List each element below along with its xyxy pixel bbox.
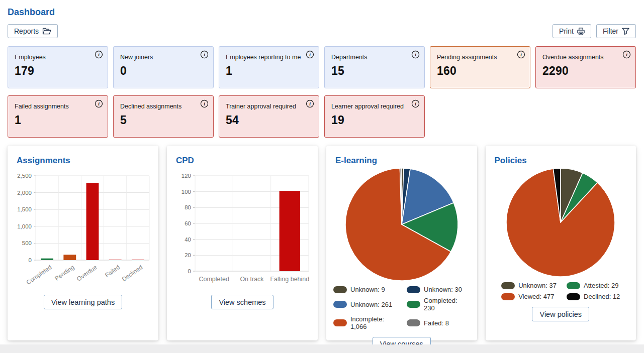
stat-card-value: 19: [331, 113, 418, 127]
stat-card-label: New joiners: [120, 54, 207, 61]
svg-text:80: 80: [185, 204, 191, 210]
info-icon[interactable]: i: [306, 99, 314, 108]
legend-swatch: [407, 286, 420, 293]
info-icon[interactable]: i: [95, 99, 103, 108]
chart-panels-row: Assignments 05001,0001,5002,0002,500Comp…: [8, 146, 636, 340]
dashboard-page: Dashboard Reports Print: [0, 0, 644, 340]
svg-text:Failed: Failed: [104, 264, 121, 279]
info-icon[interactable]: i: [517, 50, 525, 59]
svg-text:i: i: [626, 52, 627, 57]
svg-text:2,500: 2,500: [17, 173, 32, 179]
stat-card-value: 0: [120, 64, 207, 78]
legend-item-failed: Failed: 8: [407, 315, 470, 330]
cpd-bar-chart: 020406080100120CompletedOn trackFalling …: [174, 170, 311, 288]
info-icon[interactable]: i: [411, 99, 420, 108]
legend-label: Unknown: 261: [350, 301, 392, 308]
svg-text:120: 120: [181, 173, 191, 179]
stat-card-new-joiners: iNew joiners0: [113, 46, 214, 88]
filter-button[interactable]: Filter: [596, 24, 636, 38]
stat-card-label: Overdue assignments: [542, 54, 629, 61]
cpd-panel-title: CPD: [176, 156, 194, 166]
legend-item-unknown: Unknown: 9: [333, 286, 397, 293]
assignments-bar-chart: 05001,0001,5002,0002,500CompletedPending…: [15, 170, 151, 288]
svg-text:40: 40: [185, 237, 191, 243]
stat-card-departments: iDepartments15: [324, 46, 425, 88]
legend-swatch: [333, 319, 347, 326]
legend-label: Unknown: 30: [424, 286, 462, 293]
svg-text:0: 0: [29, 257, 32, 263]
stat-card-pending-assignments: iPending assignments160: [430, 46, 530, 88]
svg-text:60: 60: [185, 220, 191, 226]
svg-text:0: 0: [188, 268, 191, 274]
legend-item-viewed: Viewed: 477: [501, 293, 557, 300]
policies-pie-chart: [505, 167, 616, 278]
print-button[interactable]: Print: [553, 24, 591, 38]
svg-text:On track: On track: [240, 276, 264, 283]
svg-text:20: 20: [185, 252, 191, 258]
info-icon[interactable]: i: [411, 50, 420, 59]
info-icon[interactable]: i: [306, 50, 314, 59]
folder-open-icon: [42, 28, 51, 35]
elearning-panel-title: E-learning: [335, 156, 377, 166]
reports-button-label: Reports: [14, 27, 39, 35]
stat-card-trainer-approval-required: iTrainer approval required54: [219, 95, 319, 138]
legend-label: Unknown: 37: [518, 282, 557, 289]
policies-panel-title: Policies: [495, 156, 527, 166]
legend-label: Attested: 29: [584, 282, 618, 289]
funnel-icon: [622, 28, 629, 35]
info-icon[interactable]: i: [95, 50, 103, 59]
page-title: Dashboard: [8, 7, 636, 18]
legend-item-completed: Completed: 230: [407, 297, 470, 312]
svg-text:i: i: [98, 52, 100, 57]
info-icon[interactable]: i: [200, 50, 209, 59]
svg-text:100: 100: [181, 189, 191, 195]
svg-text:Pending: Pending: [53, 264, 75, 282]
info-icon[interactable]: i: [200, 99, 209, 108]
legend-item-incomplete: Incomplete: 1,066: [333, 315, 397, 330]
legend-swatch: [567, 293, 580, 300]
legend-swatch: [501, 282, 515, 289]
svg-text:1,000: 1,000: [17, 223, 32, 229]
legend-label: Incomplete: 1,066: [350, 315, 397, 330]
legend-item-declined: Declined: 12: [567, 293, 620, 300]
view-schemes-button[interactable]: View schemes: [211, 295, 273, 309]
reports-button[interactable]: Reports: [8, 24, 58, 38]
printer-icon: [577, 28, 585, 35]
stat-card-label: Departments: [331, 54, 418, 61]
view-policies-button[interactable]: View policies: [532, 307, 589, 321]
svg-text:i: i: [520, 52, 522, 57]
svg-text:500: 500: [22, 240, 32, 246]
legend-swatch: [333, 301, 347, 308]
stat-card-label: Trainer approval required: [226, 103, 313, 110]
svg-text:Completed: Completed: [199, 276, 229, 283]
svg-text:i: i: [204, 52, 205, 57]
assignments-panel: Assignments 05001,0001,5002,0002,500Comp…: [8, 146, 158, 340]
legend-label: Declined: 12: [584, 293, 620, 300]
filter-button-label: Filter: [603, 27, 618, 35]
toolbar-right: Print Filter: [553, 24, 636, 38]
stat-card-value: 160: [437, 64, 524, 78]
stat-card-overdue-assignments: iOverdue assignments2290: [535, 46, 636, 88]
cpd-panel: CPD 020406080100120CompletedOn trackFall…: [167, 146, 318, 340]
legend-swatch: [333, 286, 347, 293]
legend-item-unknown: Unknown: 261: [333, 297, 397, 312]
view-learning-paths-button[interactable]: View learning paths: [44, 295, 122, 309]
svg-text:1,500: 1,500: [17, 206, 32, 212]
svg-text:2,000: 2,000: [17, 190, 32, 196]
elearning-pie-chart: [344, 167, 459, 282]
stat-card-value: 2290: [542, 64, 629, 78]
stat-card-label: Employees reporting to me: [226, 54, 313, 61]
legend-swatch: [567, 282, 580, 289]
elearning-legend: Unknown: 9Unknown: 30Unknown: 261Complet…: [333, 286, 470, 330]
stat-card-declined-assignments: iDeclined assignments5: [113, 95, 214, 138]
svg-text:i: i: [309, 101, 311, 106]
legend-label: Unknown: 9: [350, 286, 385, 293]
info-icon[interactable]: i: [622, 50, 631, 59]
svg-text:Overdue: Overdue: [75, 264, 99, 283]
legend-item-attested: Attested: 29: [567, 282, 620, 289]
legend-swatch: [407, 301, 420, 308]
legend-label: Viewed: 477: [518, 293, 554, 300]
stat-card-label: Learner approval required: [331, 103, 418, 110]
policies-panel: Policies Unknown: 37Attested: 29Viewed: …: [486, 146, 636, 340]
elearning-panel: E-learning Unknown: 9Unknown: 30Unknown:…: [326, 146, 477, 340]
